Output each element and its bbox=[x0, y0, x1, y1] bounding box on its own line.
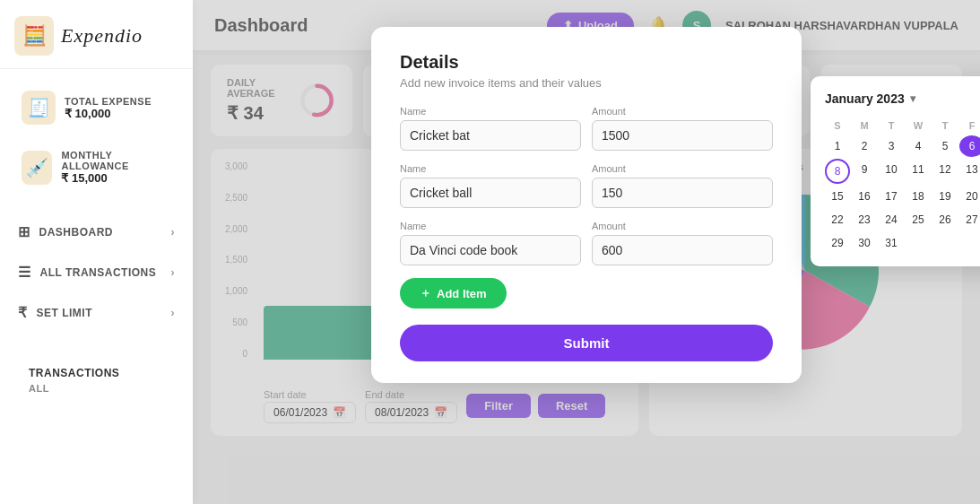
cal-day-5[interactable]: 5 bbox=[932, 135, 958, 157]
cal-day-31[interactable]: 31 bbox=[879, 232, 904, 254]
form-row-2: Name Amount bbox=[400, 163, 773, 208]
dashboard-icon: ⊞ bbox=[18, 223, 30, 240]
calendar-popup: January 2023 ▾ ‹ › S M T W T F S bbox=[811, 76, 980, 266]
cal-header-m: M bbox=[852, 117, 877, 134]
cal-day-11[interactable]: 11 bbox=[906, 159, 931, 184]
total-expense-card: 🧾 TOTAL EXPENSE ₹ 10,000 bbox=[14, 82, 178, 134]
amount-label-2: Amount bbox=[592, 163, 773, 174]
cal-day-26[interactable]: 26 bbox=[932, 209, 958, 230]
name-field-2: Name bbox=[400, 163, 581, 208]
sidebar-item-set-limit[interactable]: ₹ SET LIMIT › bbox=[7, 294, 186, 331]
sidebar: 🧮 Expendio 🧾 TOTAL EXPENSE ₹ 10,000 💉 MO… bbox=[0, 0, 193, 504]
cal-header-s: S bbox=[825, 117, 850, 134]
cal-day-8[interactable]: 8 bbox=[825, 159, 850, 184]
add-item-label: Add Item bbox=[437, 287, 487, 300]
name-label-1: Name bbox=[400, 106, 581, 117]
transactions-icon: ☰ bbox=[18, 264, 31, 281]
cal-day-6[interactable]: 6 bbox=[959, 135, 980, 157]
allowance-icon: 💉 bbox=[22, 151, 52, 185]
transactions-label: TRANSACTIONS bbox=[14, 352, 178, 383]
modal-subtitle: Add new invoice items and their values bbox=[400, 76, 773, 90]
cal-day-4[interactable]: 4 bbox=[906, 135, 931, 157]
amount-input-2[interactable] bbox=[592, 178, 773, 208]
amount-input-1[interactable] bbox=[592, 120, 773, 151]
transactions-chevron: › bbox=[171, 266, 176, 279]
sidebar-stats: 🧾 TOTAL EXPENSE ₹ 10,000 💉 MONTHLY ALLOW… bbox=[0, 69, 193, 204]
total-expense-value: ₹ 10,000 bbox=[65, 107, 152, 120]
cal-day-10[interactable]: 10 bbox=[879, 159, 904, 184]
monthly-allowance-card: 💉 MONTHLY ALLOWANCE ₹ 15,000 bbox=[14, 141, 178, 194]
dropdown-icon: ▾ bbox=[910, 92, 915, 105]
monthly-allowance-value: ₹ 15,000 bbox=[61, 171, 171, 185]
amount-label-3: Amount bbox=[592, 221, 773, 231]
cal-day-12[interactable]: 12 bbox=[932, 159, 958, 184]
monthly-allowance-label: MONTHLY ALLOWANCE bbox=[61, 150, 171, 171]
cal-day-1[interactable]: 1 bbox=[825, 135, 850, 157]
amount-field-1: Amount bbox=[592, 106, 773, 151]
cal-day-empty-3 bbox=[959, 232, 980, 254]
cal-day-15[interactable]: 15 bbox=[825, 186, 850, 207]
expense-icon: 🧾 bbox=[22, 91, 56, 125]
calendar-month-year: January 2023 ▾ bbox=[825, 91, 915, 106]
cal-header-t2: T bbox=[932, 117, 958, 134]
cal-day-empty-1 bbox=[906, 232, 931, 254]
transactions-sub: ALL bbox=[14, 383, 178, 401]
name-label-3: Name bbox=[400, 221, 581, 231]
app-name: Expendio bbox=[61, 24, 143, 48]
cal-day-23[interactable]: 23 bbox=[852, 209, 877, 230]
cal-day-22[interactable]: 22 bbox=[825, 209, 850, 230]
sidebar-item-all-transactions[interactable]: ☰ ALL TRANSACTIONS › bbox=[7, 254, 186, 291]
name-field-3: Name bbox=[400, 221, 581, 265]
amount-input-3[interactable] bbox=[592, 235, 773, 265]
cal-day-18[interactable]: 18 bbox=[906, 186, 931, 207]
cal-header-w: W bbox=[906, 117, 931, 134]
cal-day-24[interactable]: 24 bbox=[879, 209, 904, 230]
cal-day-29[interactable]: 29 bbox=[825, 232, 850, 254]
cal-header-t1: T bbox=[879, 117, 904, 134]
details-modal: Details Add new invoice items and their … bbox=[371, 27, 802, 383]
amount-field-3: Amount bbox=[592, 221, 773, 265]
cal-day-20[interactable]: 20 bbox=[959, 186, 980, 207]
cal-day-17[interactable]: 17 bbox=[879, 186, 904, 207]
sidebar-setlimit-label: SET LIMIT bbox=[37, 307, 93, 319]
form-row-1: Name Amount bbox=[400, 106, 773, 151]
sidebar-nav: ⊞ DASHBOARD › ☰ ALL TRANSACTIONS › ₹ SET… bbox=[0, 213, 193, 335]
cal-day-2[interactable]: 2 bbox=[852, 135, 877, 157]
set-limit-icon: ₹ bbox=[18, 304, 28, 321]
calendar-grid: S M T W T F S 1 2 3 4 5 6 7 8 bbox=[825, 117, 980, 254]
cal-day-9[interactable]: 9 bbox=[852, 159, 877, 184]
modal-title: Details bbox=[400, 52, 773, 73]
amount-label-1: Amount bbox=[592, 106, 773, 117]
name-label-2: Name bbox=[400, 163, 581, 174]
name-input-1[interactable] bbox=[400, 120, 581, 151]
name-input-3[interactable] bbox=[400, 235, 581, 265]
setlimit-chevron: › bbox=[171, 307, 176, 319]
cal-day-empty-2 bbox=[932, 232, 958, 254]
cal-header-f: F bbox=[959, 117, 980, 134]
sidebar-item-dashboard[interactable]: ⊞ DASHBOARD › bbox=[7, 213, 186, 250]
cal-day-16[interactable]: 16 bbox=[852, 186, 877, 207]
dashboard-chevron: › bbox=[171, 226, 176, 239]
modal-overlay: Details Add new invoice items and their … bbox=[193, 0, 980, 504]
name-input-2[interactable] bbox=[400, 178, 581, 208]
main-content: Dashboard ⬆ Upload 🔔 S SAI ROHAN HARSHAV… bbox=[193, 0, 980, 504]
sidebar-dashboard-label: DASHBOARD bbox=[39, 226, 114, 239]
cal-day-3[interactable]: 3 bbox=[879, 135, 904, 157]
logo-icon: 🧮 bbox=[14, 16, 54, 56]
submit-button[interactable]: Submit bbox=[400, 325, 773, 361]
add-item-button[interactable]: ＋ Add Item bbox=[400, 278, 507, 308]
transactions-section: TRANSACTIONS ALL bbox=[0, 352, 193, 401]
cal-day-27[interactable]: 27 bbox=[959, 209, 980, 230]
name-field-1: Name bbox=[400, 106, 581, 151]
amount-field-2: Amount bbox=[592, 163, 773, 208]
cal-day-13[interactable]: 13 bbox=[959, 159, 980, 184]
calendar-header: January 2023 ▾ ‹ › bbox=[825, 89, 980, 109]
sidebar-transactions-label: ALL TRANSACTIONS bbox=[40, 266, 157, 279]
cal-day-19[interactable]: 19 bbox=[932, 186, 958, 207]
cal-day-25[interactable]: 25 bbox=[906, 209, 931, 230]
add-item-icon: ＋ bbox=[420, 285, 431, 301]
form-row-3: Name Amount bbox=[400, 221, 773, 265]
total-expense-label: TOTAL EXPENSE bbox=[65, 96, 152, 107]
cal-day-30[interactable]: 30 bbox=[852, 232, 877, 254]
sidebar-logo: 🧮 Expendio bbox=[0, 0, 193, 69]
